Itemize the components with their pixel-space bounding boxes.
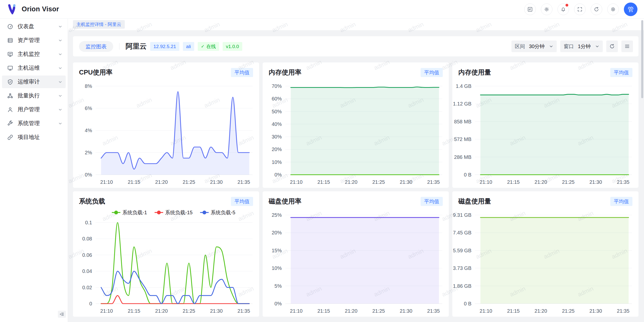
svg-text:50%: 50% <box>272 109 282 114</box>
chevron-down-icon <box>595 44 599 48</box>
user-avatar[interactable]: 管 <box>624 3 637 16</box>
theme-sun-icon <box>544 7 549 12</box>
gear-icon <box>610 7 616 12</box>
svg-text:3.73 GB: 3.73 GB <box>453 265 471 271</box>
app-header: Orion Visor 管 <box>0 0 644 19</box>
code-button[interactable] <box>524 4 536 15</box>
svg-text:21:25: 21:25 <box>183 179 195 185</box>
svg-text:21:10: 21:10 <box>480 179 492 185</box>
chart-plot-system-load: 00.020.040.060.080.121:1021:1521:2021:25… <box>73 206 259 317</box>
sidebar-item-assets[interactable]: 资产管理 <box>2 34 66 47</box>
assets-icon <box>7 37 13 44</box>
svg-text:21:10: 21:10 <box>480 308 492 314</box>
svg-text:21:10: 21:10 <box>100 179 113 185</box>
breadcrumb[interactable]: 主机监控详情 - 阿里云 <box>73 20 125 29</box>
svg-text:21:20: 21:20 <box>535 179 547 185</box>
sidebar-item-host-ops[interactable]: 主机运维 <box>2 62 66 74</box>
avg-badge[interactable]: 平均值 <box>421 197 443 206</box>
svg-text:20%: 20% <box>272 147 282 152</box>
svg-text:7.45 GB: 7.45 GB <box>453 230 471 235</box>
chart-title-disk-usage-amount: 磁盘使用量 <box>458 197 491 206</box>
sidebar-item-label: 用户管理 <box>18 106 40 113</box>
svg-text:0%: 0% <box>274 172 282 177</box>
window-select-value: 1分钟 <box>578 43 591 50</box>
monitor-chart-icon <box>7 51 13 57</box>
svg-text:21:20: 21:20 <box>155 308 168 314</box>
svg-text:系统负载-15: 系统负载-15 <box>165 210 193 215</box>
shield-check-icon <box>7 79 13 85</box>
svg-text:21:15: 21:15 <box>507 179 520 185</box>
svg-text:0.06: 0.06 <box>82 252 92 258</box>
svg-text:0%: 0% <box>85 172 92 177</box>
chart-title-system-load: 系统负载 <box>79 197 105 206</box>
wrench-icon <box>7 120 13 127</box>
svg-text:286 MB: 286 MB <box>454 154 471 160</box>
avg-badge[interactable]: 平均值 <box>231 68 253 77</box>
breadcrumb-bar: 主机监控详情 - 阿里云 <box>68 19 644 30</box>
avg-badge[interactable]: 平均值 <box>231 197 253 206</box>
main-content: 主机监控详情 - 阿里云 监控图表 阿里云 12.92.5.21ali✓在线v1… <box>68 19 644 322</box>
notifications-button[interactable] <box>557 4 569 15</box>
chevron-down-icon <box>58 52 62 56</box>
svg-text:0: 0 <box>89 301 92 306</box>
range-select-label: 区间 <box>515 43 525 50</box>
svg-text:6%: 6% <box>85 105 92 111</box>
svg-text:21:20: 21:20 <box>535 308 547 314</box>
tab-monitor-charts[interactable]: 监控图表 <box>79 41 113 52</box>
avg-badge[interactable]: 平均值 <box>421 68 443 77</box>
brand[interactable]: Orion Visor <box>8 4 59 14</box>
chart-layout-menu-button[interactable] <box>621 41 633 52</box>
svg-text:1.12 GB: 1.12 GB <box>453 101 471 106</box>
sidebar-item-label: 主机监控 <box>18 50 40 58</box>
hamburger-menu-icon <box>624 44 630 49</box>
refresh-button[interactable] <box>591 4 602 15</box>
svg-text:21:30: 21:30 <box>589 179 602 185</box>
svg-text:70%: 70% <box>272 83 282 89</box>
avg-badge[interactable]: 平均值 <box>610 197 632 206</box>
svg-text:系统负载-1: 系统负载-1 <box>123 210 147 215</box>
svg-text:21:20: 21:20 <box>345 308 357 314</box>
code-icon <box>527 7 533 12</box>
sidebar-item-dashboard[interactable]: 仪表盘 <box>2 20 66 33</box>
svg-text:9.31 GB: 9.31 GB <box>453 212 471 218</box>
svg-text:5.59 GB: 5.59 GB <box>453 248 471 253</box>
svg-text:21:35: 21:35 <box>237 308 250 314</box>
refresh-charts-button[interactable] <box>606 41 618 52</box>
page-scrollbar-thumb[interactable] <box>641 20 643 98</box>
svg-text:30%: 30% <box>272 134 282 139</box>
chart-plot-mem-usage-rate: 0%10%20%30%40%50%60%70%21:1021:1521:2021… <box>263 78 449 188</box>
sidebar-item-user-mgmt[interactable]: 用户管理 <box>2 103 66 116</box>
sidebar-item-label: 系统管理 <box>18 120 40 127</box>
svg-text:858 MB: 858 MB <box>454 119 471 124</box>
fullscreen-button[interactable] <box>574 4 586 15</box>
sidebar-item-batch-exec[interactable]: 批量执行 <box>2 89 66 102</box>
svg-text:21:25: 21:25 <box>183 308 195 314</box>
host-tag-3: v1.0.0 <box>223 42 242 51</box>
chart-plot-disk-usage-rate: 0%5%10%15%20%25%21:1021:1521:2021:2521:3… <box>263 206 449 317</box>
sidebar-item-system-mgmt[interactable]: 系统管理 <box>2 117 66 130</box>
svg-text:21:30: 21:30 <box>589 308 602 314</box>
sidebar-item-project-link[interactable]: 项目地址 <box>2 131 66 144</box>
sidebar-item-label: 项目地址 <box>18 133 40 141</box>
chevron-down-icon <box>58 108 62 112</box>
range-select[interactable]: 区间 30分钟 <box>511 41 557 52</box>
window-select-label: 窗口 <box>564 43 574 50</box>
theme-button[interactable] <box>541 4 552 15</box>
svg-text:21:15: 21:15 <box>507 308 520 314</box>
avg-badge[interactable]: 平均值 <box>610 68 632 77</box>
chart-title-disk-usage-rate: 磁盘使用率 <box>269 197 301 206</box>
svg-text:21:30: 21:30 <box>210 308 223 314</box>
settings-button[interactable] <box>607 4 619 15</box>
chart-plot-cpu-usage: 0%2%4%6%8%21:1021:1521:2021:2521:3021:35 <box>73 78 259 188</box>
sidebar-collapse-button[interactable] <box>58 311 66 318</box>
svg-text:21:10: 21:10 <box>290 179 303 185</box>
window-select[interactable]: 窗口 1分钟 <box>560 41 603 52</box>
sidebar-item-ops-audit[interactable]: 运维审计 <box>2 76 66 88</box>
svg-text:21:35: 21:35 <box>237 179 250 185</box>
svg-text:10%: 10% <box>272 159 282 165</box>
sidebar-item-host-monitor[interactable]: 主机监控 <box>2 48 66 60</box>
sidebar-item-label: 批量执行 <box>18 92 40 99</box>
fullscreen-icon <box>577 7 583 12</box>
sidebar: 仪表盘资产管理主机监控主机运维运维审计批量执行用户管理系统管理项目地址 <box>0 19 68 322</box>
collapse-sidebar-icon <box>60 312 64 316</box>
